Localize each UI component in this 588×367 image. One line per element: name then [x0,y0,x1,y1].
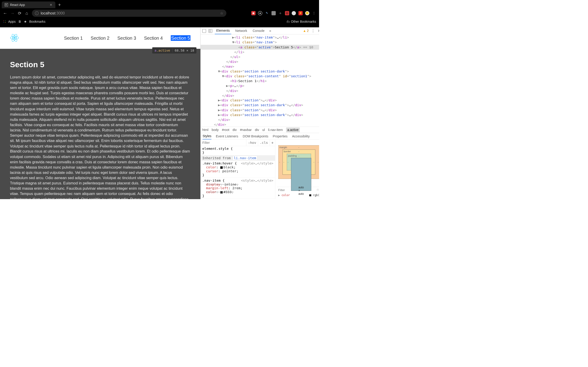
tab-console[interactable]: Console [251,27,266,34]
device-toolbar-icon[interactable] [208,29,212,33]
new-tab-button[interactable]: + [58,2,61,7]
file-icon[interactable]: 🗎 [18,19,21,23]
bookmark-star-icon[interactable]: ☆ [220,11,224,15]
inspect-tooltip: a.active 68.58 × 18 [152,47,197,53]
tab-styles[interactable]: Styles [203,133,211,140]
apps-label[interactable]: Apps [8,19,16,23]
star-icon: ★ [24,19,27,23]
close-devtools-icon[interactable]: ✕ [318,29,319,33]
selected-dom-node[interactable]: <a class="active">Section 5</a> == $0 [200,45,319,50]
extension-icon[interactable]: ● [258,11,262,15]
rendered-page: Section 1 Section 2 Section 3 Section 4 … [0,27,200,199]
nav-items: Section 1 Section 2 Section 3 Section 4 … [64,35,191,41]
back-button[interactable]: ← [3,11,7,16]
inspect-element-icon[interactable] [202,29,206,33]
section-heading: Section 5 [10,60,190,69]
extension-icon[interactable]: ✎ [265,11,269,15]
kebab-menu-icon[interactable]: ⋮ [312,11,316,15]
nav-item[interactable]: Section 1 [64,35,83,41]
extension-icons: ◉ ● ✎ ◆ ㊙ ⚡ 🙂 ⋮ [251,11,316,15]
devtools-menu-icon[interactable]: ⋮ [311,29,315,33]
extension-icon[interactable]: ⚡ [298,11,303,15]
folder-icon: 🗀 [286,19,290,23]
avatar-icon[interactable]: 🙂 [305,11,309,15]
box-model[interactable]: margin---- border---- padding---- auto ×… [278,145,319,179]
styles-filter-row: :hov .cls + [200,140,275,146]
url: localhost:3000 [41,11,65,15]
site-info-icon[interactable]: i [35,11,39,15]
main-area: Section 1 Section 2 Section 3 Section 4 … [0,27,319,199]
browser-tab[interactable]: 🗎 React App ✕ [2,2,55,8]
styles-body: :hov .cls + element.style {} Inherited f… [200,140,319,199]
show-all-toggle[interactable]: Show all [317,187,319,193]
omnibox[interactable]: i localhost:3000 ☆ [32,10,226,17]
cls-toggle[interactable]: .cls [258,140,270,146]
extension-icon[interactable]: ◉ [251,11,255,15]
devtools-tabs: Elements Network Console » 2 ⋮ ✕ [200,27,319,34]
breadcrumbs[interactable]: html body #root div #navbar div ul li.na… [200,127,319,133]
other-bookmarks[interactable]: 🗀 Other Bookmarks [286,19,316,23]
reload-button[interactable]: ⟳ [17,11,22,16]
nav-item[interactable]: Section 2 [91,35,109,41]
computed-pane: margin---- border---- padding---- auto ×… [275,140,319,199]
more-tabs-icon[interactable]: » [269,29,271,33]
address-bar: ← → ⟳ ⌂ i localhost:3000 ☆ ◉ ● ✎ ◆ ㊙ ⚡ 🙂… [0,8,319,18]
forward-button[interactable]: → [10,11,15,16]
bookmarks-label[interactable]: Bookmarks [29,19,45,23]
warning-badge[interactable]: 2 [303,29,309,33]
react-logo-icon [10,33,19,43]
browser-chrome: 🗎 React App ✕ + ← → ⟳ ⌂ i localhost:3000… [0,0,319,27]
styles-rules: :hov .cls + element.style {} Inherited f… [200,140,275,199]
page-favicon: 🗎 [5,3,8,6]
tab-title: React App [10,3,48,7]
tab-elements[interactable]: Elements [215,27,231,34]
tab-dom-breakpoints[interactable]: DOM Breakpoints [243,134,268,138]
bookmarks-bar: Apps 🗎 ★ Bookmarks 🗀 Other Bookmarks [0,18,319,25]
tab-accessibility[interactable]: Accessibility [292,134,310,138]
tab-strip: 🗎 React App ✕ + [0,0,319,8]
tab-event-listeners[interactable]: Event Listeners [216,134,238,138]
elements-tree[interactable]: ▶<li class="nav-item">…</li> ▼<li class=… [200,34,319,127]
close-tab-icon[interactable]: ✕ [50,3,52,7]
nav-item[interactable]: Section 4 [144,35,163,41]
apps-icon[interactable] [3,20,6,23]
css-rule[interactable]: <style>…</style> .nav-item:hover { color… [200,161,275,178]
styles-filter-input[interactable] [200,141,246,145]
tab-network[interactable]: Network [234,27,249,34]
extension-icon[interactable]: ◆ [278,11,282,15]
nav-item-active[interactable]: Section 5 [171,35,190,41]
nav-item[interactable]: Section 3 [117,35,136,41]
inherited-from: Inherited from li.nav-item [200,155,275,161]
extension-icon[interactable] [292,11,296,15]
css-rule[interactable]: <style>…</style> .nav-item { display: in… [200,178,275,199]
element-style-rule[interactable]: element.style {} [200,146,275,156]
section-body: Lorem ipsum dolor sit amet, consectetur … [10,75,190,199]
extension-icon[interactable]: ㊙ [285,11,289,15]
styles-tabs: Styles Event Listeners DOM Breakpoints P… [200,133,319,140]
page-navbar: Section 1 Section 2 Section 3 Section 4 … [0,27,200,49]
svg-point-0 [14,37,15,39]
hov-toggle[interactable]: :hov [246,140,258,146]
devtools-panel: Elements Network Console » 2 ⋮ ✕ ▶<li cl… [200,27,319,199]
tab-properties[interactable]: Properties [273,134,288,138]
extension-icon[interactable] [271,11,276,15]
home-button[interactable]: ⌂ [25,11,29,16]
computed-property[interactable]: ▶ color rgb( [277,193,319,198]
new-rule-button[interactable]: + [270,140,275,146]
